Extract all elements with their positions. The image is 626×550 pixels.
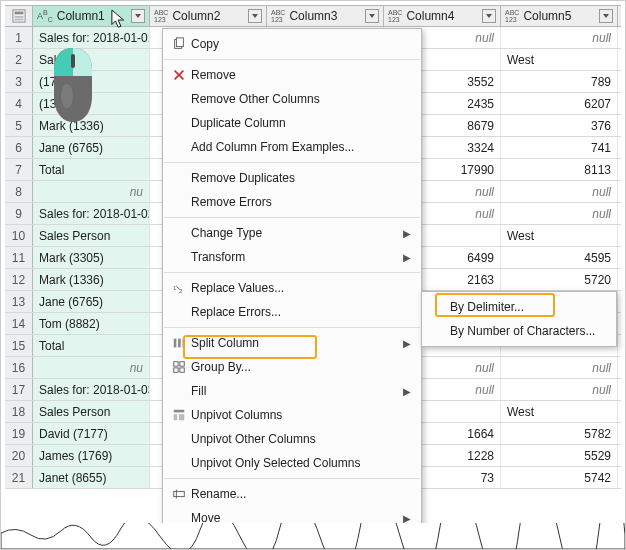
row-header[interactable]: 4: [5, 93, 33, 114]
row-header[interactable]: 16: [5, 357, 33, 378]
row-header[interactable]: 15: [5, 335, 33, 356]
submenu-item-by-delimiter[interactable]: By Delimiter...: [422, 295, 616, 319]
row-header[interactable]: 19: [5, 423, 33, 444]
row-header[interactable]: 7: [5, 159, 33, 180]
cell[interactable]: Sales Person: [33, 225, 150, 246]
filter-dropdown-icon[interactable]: [482, 9, 496, 23]
select-all-corner[interactable]: [5, 6, 33, 26]
row-header[interactable]: 21: [5, 467, 33, 488]
filter-dropdown-icon[interactable]: [248, 9, 262, 23]
row-header[interactable]: 6: [5, 137, 33, 158]
menu-item-replace-errors[interactable]: Replace Errors...: [163, 300, 421, 324]
menu-item-unpivot-columns[interactable]: Unpivot Columns: [163, 403, 421, 427]
menu-item-rename[interactable]: Rename...: [163, 482, 421, 506]
cell[interactable]: null: [501, 357, 618, 378]
column-header-column1[interactable]: ABC Column1: [33, 6, 150, 26]
cell[interactable]: Sales for: 2018-01-02: [33, 203, 150, 224]
cell[interactable]: Sales Person: [33, 401, 150, 422]
menu-item-label: Replace Errors...: [191, 305, 411, 319]
cell[interactable]: null: [501, 27, 618, 48]
type-icon[interactable]: ABC123: [271, 9, 285, 24]
menu-item-label: Replace Values...: [191, 281, 411, 295]
cell[interactable]: David (7177): [33, 423, 150, 444]
column-header-column2[interactable]: ABC123 Column2: [150, 6, 267, 26]
cell[interactable]: Sales for: 2018-01-03: [33, 379, 150, 400]
menu-item-label: Unpivot Other Columns: [191, 432, 411, 446]
cell[interactable]: Sal: [33, 49, 150, 70]
row-header[interactable]: 12: [5, 269, 33, 290]
menu-item-change-type[interactable]: Change Type ▶: [163, 221, 421, 245]
menu-item-group-by[interactable]: Group By...: [163, 355, 421, 379]
menu-item-duplicate-column[interactable]: Duplicate Column: [163, 111, 421, 135]
cell[interactable]: Jane (6765): [33, 137, 150, 158]
row-header[interactable]: 5: [5, 115, 33, 136]
cell[interactable]: Mark (1336): [33, 115, 150, 136]
type-icon[interactable]: ABC123: [505, 9, 519, 24]
menu-item-replace-values[interactable]: 12 Replace Values...: [163, 276, 421, 300]
cell[interactable]: Sales for: 2018-01-01: [33, 27, 150, 48]
menu-item-split-column[interactable]: Split Column ▶: [163, 331, 421, 355]
svg-rect-20: [174, 491, 185, 496]
row-header[interactable]: 11: [5, 247, 33, 268]
filter-dropdown-icon[interactable]: [365, 9, 379, 23]
cell[interactable]: West: [501, 225, 618, 246]
row-header[interactable]: 8: [5, 181, 33, 202]
cell[interactable]: null: [501, 181, 618, 202]
cell[interactable]: Total: [33, 159, 150, 180]
menu-item-remove-other-columns[interactable]: Remove Other Columns: [163, 87, 421, 111]
row-header[interactable]: 9: [5, 203, 33, 224]
menu-item-copy[interactable]: Copy: [163, 32, 421, 56]
row-header[interactable]: 14: [5, 313, 33, 334]
menu-item-remove-errors[interactable]: Remove Errors: [163, 190, 421, 214]
cell[interactable]: Janet (8655): [33, 467, 150, 488]
column-header-column3[interactable]: ABC123 Column3: [267, 6, 384, 26]
cell[interactable]: 5742: [501, 467, 618, 488]
cell[interactable]: (13): [33, 93, 150, 114]
cell[interactable]: Tom (8882): [33, 313, 150, 334]
cell[interactable]: null: [501, 379, 618, 400]
row-header[interactable]: 20: [5, 445, 33, 466]
cell[interactable]: 376: [501, 115, 618, 136]
menu-item-add-column-from-examples[interactable]: Add Column From Examples...: [163, 135, 421, 159]
cell[interactable]: Jane (6765): [33, 291, 150, 312]
filter-dropdown-icon[interactable]: [131, 9, 145, 23]
submenu-item-by-number-of-characters[interactable]: By Number of Characters...: [422, 319, 616, 343]
row-header[interactable]: 17: [5, 379, 33, 400]
cell[interactable]: West: [501, 401, 618, 422]
row-header[interactable]: 1: [5, 27, 33, 48]
cell[interactable]: 5529: [501, 445, 618, 466]
column-header-column4[interactable]: ABC123 Column4: [384, 6, 501, 26]
cell[interactable]: 5720: [501, 269, 618, 290]
type-icon[interactable]: ABC123: [388, 9, 402, 24]
row-header[interactable]: 2: [5, 49, 33, 70]
menu-item-unpivot-only-selected-columns[interactable]: Unpivot Only Selected Columns: [163, 451, 421, 475]
row-header[interactable]: 3: [5, 71, 33, 92]
menu-item-remove-duplicates[interactable]: Remove Duplicates: [163, 166, 421, 190]
type-icon[interactable]: ABC: [37, 9, 53, 23]
cell[interactable]: 6207: [501, 93, 618, 114]
cell[interactable]: 789: [501, 71, 618, 92]
row-header[interactable]: 10: [5, 225, 33, 246]
cell[interactable]: 8113: [501, 159, 618, 180]
cell[interactable]: nu: [33, 357, 150, 378]
cell[interactable]: (1769): [33, 71, 150, 92]
cell[interactable]: 4595: [501, 247, 618, 268]
filter-dropdown-icon[interactable]: [599, 9, 613, 23]
menu-item-transform[interactable]: Transform ▶: [163, 245, 421, 269]
cell[interactable]: West: [501, 49, 618, 70]
column-header-column5[interactable]: ABC123 Column5: [501, 6, 618, 26]
menu-item-remove[interactable]: Remove: [163, 63, 421, 87]
cell[interactable]: James (1769): [33, 445, 150, 466]
type-icon[interactable]: ABC123: [154, 9, 168, 24]
cell[interactable]: nu: [33, 181, 150, 202]
row-header[interactable]: 13: [5, 291, 33, 312]
cell[interactable]: Total: [33, 335, 150, 356]
menu-item-fill[interactable]: Fill ▶: [163, 379, 421, 403]
menu-item-unpivot-other-columns[interactable]: Unpivot Other Columns: [163, 427, 421, 451]
cell[interactable]: 5782: [501, 423, 618, 444]
row-header[interactable]: 18: [5, 401, 33, 422]
cell[interactable]: null: [501, 203, 618, 224]
cell[interactable]: Mark (1336): [33, 269, 150, 290]
cell[interactable]: Mark (3305): [33, 247, 150, 268]
cell[interactable]: 741: [501, 137, 618, 158]
